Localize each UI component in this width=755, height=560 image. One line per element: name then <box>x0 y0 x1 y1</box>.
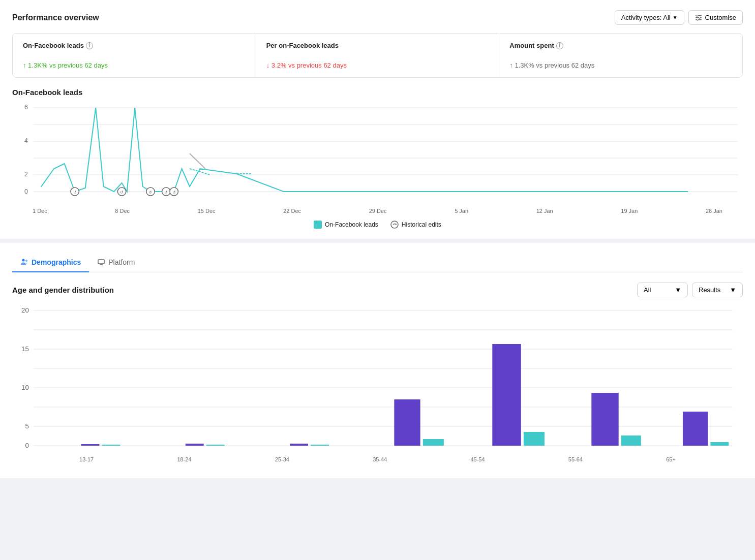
line-chart-container: 6 4 2 0 ↺ ↺ ↺ ↺ <box>12 103 743 214</box>
svg-rect-33 <box>98 260 104 264</box>
activity-types-button[interactable]: Activity types: All ▼ <box>615 10 684 25</box>
demographics-icon <box>20 258 28 266</box>
svg-text:5: 5 <box>25 422 28 430</box>
metric-change-amount: ↑ 1.3K% vs previous 62 days <box>509 61 732 69</box>
metric-cards: On-Facebook leads i ↑ 1.3K% vs previous … <box>12 33 743 78</box>
demographics-section: Demographics Platform Age and gender dis… <box>0 243 755 478</box>
bar-13-17-teal <box>102 445 120 446</box>
svg-line-28 <box>190 153 205 169</box>
filter-all-chevron: ▼ <box>675 286 681 294</box>
filter-all-button[interactable]: All ▼ <box>637 283 688 297</box>
tab-demographics-label: Demographics <box>32 258 81 266</box>
bar-25-34-purple <box>290 444 308 446</box>
bar-55-64-teal <box>621 435 641 446</box>
bar-65plus-teal <box>710 442 729 446</box>
bar-chart-container: 20 15 10 5 0 <box>12 305 743 468</box>
svg-text:↺: ↺ <box>73 190 77 195</box>
svg-text:10: 10 <box>21 384 29 391</box>
svg-text:↺: ↺ <box>164 190 168 195</box>
svg-text:↺: ↺ <box>148 190 152 195</box>
platform-icon <box>97 258 105 266</box>
bar-25-34-teal <box>311 445 329 446</box>
metric-change-per-leads: ↓ 3.2% vs previous 62 days <box>266 61 489 69</box>
svg-point-29 <box>391 221 398 228</box>
svg-point-4 <box>699 17 700 18</box>
filter-results-button[interactable]: Results ▼ <box>692 283 743 297</box>
svg-text:2: 2 <box>24 171 28 178</box>
line-chart-section: On-Facebook leads 6 4 2 0 <box>12 88 743 229</box>
metric-card-amount: Amount spent i ↑ 1.3K% vs previous 62 da… <box>499 34 742 77</box>
svg-point-31 <box>22 259 25 262</box>
legend-color-leads <box>314 221 322 229</box>
bar-chart-x-axis: 13-17 18-24 25-34 35-44 45-54 55-64 65+ <box>12 454 743 462</box>
demo-filters: All ▼ Results ▼ <box>637 283 743 297</box>
bar-65plus-purple <box>683 412 708 446</box>
svg-text:↺: ↺ <box>172 190 176 195</box>
metric-card-per-leads: Per on-Facebook leads ↓ 3.2% vs previous… <box>256 34 500 77</box>
metric-label-amount: Amount spent i <box>509 42 732 49</box>
customise-label: Customise <box>705 14 736 21</box>
filter-results-label: Results <box>699 286 720 294</box>
chevron-down-icon: ▼ <box>673 15 678 20</box>
bar-13-17-purple <box>81 444 99 446</box>
info-icon-amount[interactable]: i <box>556 42 563 49</box>
svg-point-32 <box>25 260 27 262</box>
demo-chart-title: Age and gender distribution <box>12 286 114 294</box>
svg-text:6: 6 <box>24 104 28 111</box>
svg-text:0: 0 <box>25 442 28 449</box>
bar-45-54-teal <box>524 432 545 446</box>
tab-platform-label: Platform <box>108 258 135 266</box>
bar-45-54-purple <box>492 344 521 446</box>
historical-edits-icon <box>390 221 399 229</box>
legend-on-facebook-leads: On-Facebook leads <box>314 221 378 229</box>
info-icon-leads[interactable]: i <box>86 42 93 49</box>
legend-label-historical: Historical edits <box>402 221 441 228</box>
bar-35-44-teal <box>423 439 444 446</box>
metric-label-leads: On-Facebook leads i <box>23 42 246 49</box>
performance-section: Performance overview Activity types: All… <box>0 0 755 243</box>
activity-types-label: Activity types: All <box>621 14 671 21</box>
svg-text:4: 4 <box>24 137 28 144</box>
svg-point-3 <box>696 15 698 16</box>
page-title: Performance overview <box>12 13 99 22</box>
metric-change-leads: ↑ 1.3K% vs previous 62 days <box>23 61 246 69</box>
tab-demographics[interactable]: Demographics <box>12 253 89 272</box>
filter-all-label: All <box>644 286 651 294</box>
chart-legend: On-Facebook leads Historical edits <box>12 221 743 229</box>
line-chart-svg: 6 4 2 0 ↺ ↺ ↺ ↺ <box>12 103 743 204</box>
legend-historical-edits: Historical edits <box>390 221 441 229</box>
perf-header: Performance overview Activity types: All… <box>12 10 743 25</box>
svg-point-5 <box>697 19 698 20</box>
tab-platform[interactable]: Platform <box>89 253 143 272</box>
svg-text:15: 15 <box>21 345 29 353</box>
svg-text:20: 20 <box>21 306 29 314</box>
chart-x-axis: 1 Dec 8 Dec 15 Dec 22 Dec 29 Dec 5 Jan 1… <box>12 206 743 214</box>
customise-button[interactable]: Customise <box>688 10 743 25</box>
metric-card-leads: On-Facebook leads i ↑ 1.3K% vs previous … <box>13 34 256 77</box>
bar-18-24-teal <box>206 445 225 446</box>
bar-35-44-purple <box>394 399 420 446</box>
filter-results-chevron: ▼ <box>730 286 736 294</box>
line-chart-title: On-Facebook leads <box>12 88 743 97</box>
svg-text:0: 0 <box>24 188 28 195</box>
bar-chart-svg: 20 15 10 5 0 <box>12 305 743 453</box>
bar-55-64-purple <box>591 393 618 446</box>
legend-label-leads: On-Facebook leads <box>325 221 378 228</box>
svg-text:↺: ↺ <box>120 190 124 195</box>
customise-icon <box>695 14 702 21</box>
perf-controls: Activity types: All ▼ Customise <box>615 10 743 25</box>
metric-label-per-leads: Per on-Facebook leads <box>266 42 489 49</box>
page: Performance overview Activity types: All… <box>0 0 755 478</box>
demo-tabs: Demographics Platform <box>12 253 743 272</box>
bar-18-24-purple <box>186 444 204 446</box>
demo-chart-header: Age and gender distribution All ▼ Result… <box>12 283 743 297</box>
